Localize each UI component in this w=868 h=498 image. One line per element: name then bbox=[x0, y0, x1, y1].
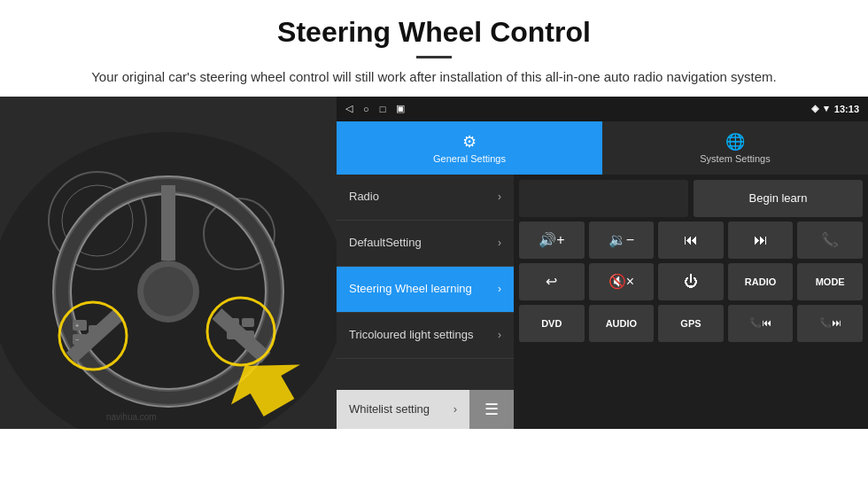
chevron-right-icon: › bbox=[498, 191, 501, 203]
whitelist-row: Whitelist setting › ☰ bbox=[337, 390, 514, 429]
tab-general-label: General Settings bbox=[433, 153, 506, 164]
menu-item-label: Tricoloured light settings bbox=[349, 328, 473, 342]
title-divider bbox=[416, 56, 452, 58]
svg-rect-16 bbox=[89, 325, 101, 334]
power-button[interactable]: ⏻ bbox=[658, 263, 724, 300]
ctrl-row-2: ↩ 🔇× ⏻ RADIO MODE bbox=[519, 263, 863, 300]
page-subtitle: Your original car's steering wheel contr… bbox=[80, 67, 788, 88]
svg-rect-23 bbox=[242, 331, 254, 339]
page-header: Steering Wheel Control Your original car… bbox=[0, 0, 868, 97]
wifi-icon: ▾ bbox=[824, 103, 829, 114]
nav-home-icon[interactable]: ○ bbox=[363, 104, 369, 114]
next-track-button[interactable]: ⏭ bbox=[728, 222, 794, 259]
mute-button[interactable]: 🔇× bbox=[589, 263, 655, 300]
begin-learn-placeholder bbox=[519, 180, 688, 217]
svg-text:navihua.com: navihua.com bbox=[106, 412, 157, 422]
menu-item-label: DefaultSetting bbox=[349, 236, 422, 250]
steering-image: + − navihua.com bbox=[0, 97, 337, 429]
tab-system-label: System Settings bbox=[700, 153, 770, 164]
controls-panel: Begin learn 🔊+ 🔉− ⏮ ⏭ 📞 ↩ 🔇× ⏻ RADIO MOD bbox=[514, 175, 868, 429]
status-bar: ◁ ○ □ ▣ ◈ ▾ 13:13 bbox=[337, 97, 868, 121]
menu-item-label: Steering Wheel learning bbox=[349, 282, 472, 296]
mode-button[interactable]: MODE bbox=[797, 263, 863, 300]
android-panel: ◁ ○ □ ▣ ◈ ▾ 13:13 ⚙ General Settings 🌐 S… bbox=[337, 97, 868, 429]
status-time: 13:13 bbox=[834, 104, 859, 114]
svg-rect-21 bbox=[242, 318, 254, 327]
menu-item-label: Radio bbox=[349, 190, 379, 204]
svg-text:−: − bbox=[75, 337, 79, 343]
globe-icon: 🌐 bbox=[725, 132, 745, 152]
svg-rect-22 bbox=[227, 331, 239, 339]
page-title: Steering Wheel Control bbox=[35, 16, 833, 49]
hangup-button[interactable]: ↩ bbox=[519, 263, 585, 300]
tab-general[interactable]: ⚙ General Settings bbox=[337, 121, 602, 175]
begin-learn-row: Begin learn bbox=[519, 180, 863, 217]
ctrl-row-3: DVD AUDIO GPS 📞⏮ 📞⏭ bbox=[519, 305, 863, 342]
whitelist-icon-button[interactable]: ☰ bbox=[469, 390, 514, 429]
menu-item-tricolour[interactable]: Tricoloured light settings › bbox=[337, 313, 514, 359]
list-icon: ☰ bbox=[484, 400, 499, 419]
radio-button[interactable]: RADIO bbox=[728, 263, 794, 300]
tab-system[interactable]: 🌐 System Settings bbox=[602, 121, 868, 175]
audio-button[interactable]: AUDIO bbox=[589, 305, 655, 342]
status-bar-right: ◈ ▾ 13:13 bbox=[811, 103, 859, 114]
whitelist-item[interactable]: Whitelist setting › bbox=[337, 390, 469, 429]
menu-item-steering[interactable]: Steering Wheel learning › bbox=[337, 267, 514, 313]
menu-item-radio[interactable]: Radio › bbox=[337, 175, 514, 221]
vol-up-button[interactable]: 🔊+ bbox=[519, 222, 585, 259]
nav-recent-icon[interactable]: □ bbox=[380, 104, 386, 114]
ctrl-row-1: 🔊+ 🔉− ⏮ ⏭ 📞 bbox=[519, 222, 863, 259]
nav-screenshot-icon[interactable]: ▣ bbox=[396, 103, 405, 114]
svg-point-12 bbox=[143, 267, 193, 316]
settings-tabs: ⚙ General Settings 🌐 System Settings bbox=[337, 121, 868, 175]
nav-back-icon[interactable]: ◁ bbox=[345, 103, 353, 114]
vol-down-button[interactable]: 🔉− bbox=[589, 222, 655, 259]
phone-answer-button[interactable]: 📞 bbox=[797, 222, 863, 259]
location-icon: ◈ bbox=[811, 103, 818, 114]
phone-prev-button[interactable]: 📞⏮ bbox=[728, 305, 794, 342]
svg-rect-20 bbox=[227, 318, 239, 327]
menu-list: Radio › DefaultSetting › Steering Wheel … bbox=[337, 175, 514, 429]
content-area: Radio › DefaultSetting › Steering Wheel … bbox=[337, 175, 868, 429]
main-content: + − navihua.com ◁ ○ □ bbox=[0, 97, 868, 429]
svg-text:+: + bbox=[75, 323, 79, 329]
begin-learn-button[interactable]: Begin learn bbox=[694, 180, 863, 217]
prev-track-button[interactable]: ⏮ bbox=[658, 222, 724, 259]
status-bar-left: ◁ ○ □ ▣ bbox=[345, 103, 405, 114]
chevron-right-icon: › bbox=[453, 402, 457, 416]
dvd-button[interactable]: DVD bbox=[519, 305, 585, 342]
chevron-right-icon: › bbox=[498, 283, 501, 295]
whitelist-label: Whitelist setting bbox=[349, 402, 430, 416]
gps-button[interactable]: GPS bbox=[658, 305, 724, 342]
menu-item-default[interactable]: DefaultSetting › bbox=[337, 221, 514, 267]
gear-icon: ⚙ bbox=[462, 132, 477, 152]
chevron-right-icon: › bbox=[498, 329, 501, 341]
phone-next-button[interactable]: 📞⏭ bbox=[797, 305, 863, 342]
chevron-right-icon: › bbox=[498, 237, 501, 249]
